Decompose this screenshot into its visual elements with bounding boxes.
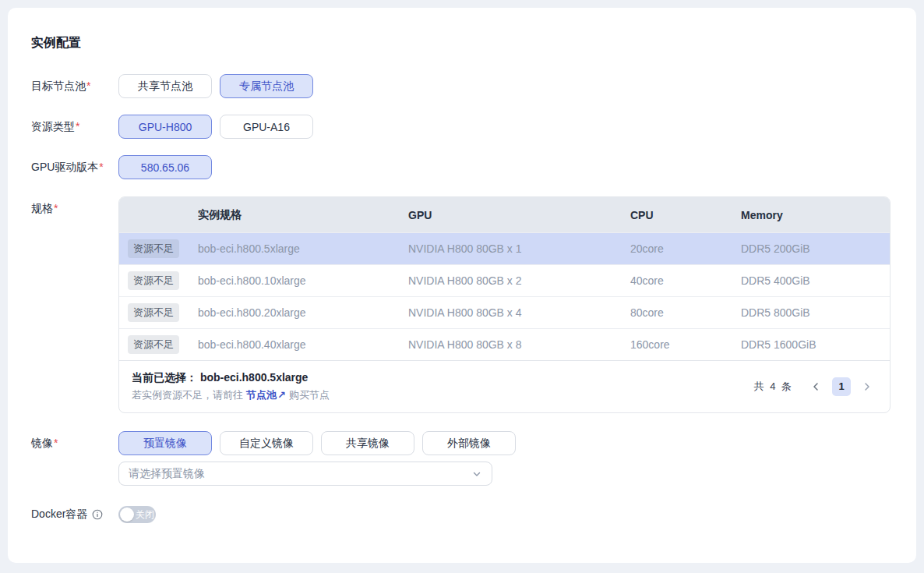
required-marker: * <box>76 120 79 133</box>
toggle-knob <box>120 508 134 522</box>
required-marker: * <box>86 80 90 92</box>
spec-table: 实例规格 GPU CPU Memory 资源不足 bob-eci.h800.5x… <box>118 196 890 413</box>
row-gpu: NVIDIA H800 80GB x 2 <box>408 274 630 287</box>
field-image: 镜像* 预置镜像 自定义镜像 共享镜像 外部镜像 <box>31 431 890 455</box>
required-marker: * <box>54 437 58 449</box>
status-badge: 资源不足 <box>128 239 179 258</box>
row-spec: bob-eci.h800.5xlarge <box>198 242 408 255</box>
page-title: 实例配置 <box>31 35 890 51</box>
field-spec: 规格* 实例规格 GPU CPU Memory 资源不足 bob-eci.h80… <box>31 196 890 413</box>
resource-type-option-gpu-a16[interactable]: GPU-A16 <box>220 115 313 139</box>
target-pool-option-shared[interactable]: 共享节点池 <box>118 74 212 98</box>
chevron-right-icon <box>862 381 873 392</box>
current-selection-value: bob-eci.h800.5xlarge <box>200 371 309 384</box>
spec-label: 规格* <box>31 196 118 216</box>
status-badge: 资源不足 <box>128 303 179 322</box>
chevron-down-icon <box>471 469 482 479</box>
row-cpu: 20core <box>630 242 741 255</box>
node-pool-link[interactable]: 节点池↗ <box>246 388 286 402</box>
instance-config-panel: 实例配置 目标节点池* 共享节点池 专属节点池 资源类型* GPU-H800 G… <box>8 8 916 563</box>
required-marker: * <box>54 202 58 214</box>
next-page-button[interactable] <box>859 378 876 395</box>
row-cpu: 160core <box>630 338 741 351</box>
spec-table-footer: 当前已选择： bob-eci.h800.5xlarge 若实例资源不足，请前往 … <box>119 360 890 412</box>
resource-hint: 若实例资源不足，请前往 节点池↗ 购买节点 <box>132 388 330 402</box>
row-spec: bob-eci.h800.40xlarge <box>198 338 408 351</box>
target-pool-label: 目标节点池* <box>31 80 118 94</box>
field-gpu-driver: GPU驱动版本* 580.65.06 <box>31 155 890 179</box>
preset-image-select[interactable]: 请选择预置镜像 <box>118 462 492 486</box>
row-memory: DDR5 200GiB <box>741 242 890 255</box>
spec-table-header: 实例规格 GPU CPU Memory <box>119 197 890 232</box>
external-link-icon: ↗ <box>277 389 286 401</box>
prev-page-button[interactable] <box>807 378 824 395</box>
image-option-preset[interactable]: 预置镜像 <box>118 431 212 455</box>
row-spec: bob-eci.h800.20xlarge <box>198 306 408 319</box>
required-marker: * <box>99 161 103 173</box>
field-docker: Docker容器 关闭 <box>31 506 890 523</box>
docker-toggle[interactable]: 关闭 <box>118 506 156 523</box>
row-spec: bob-eci.h800.10xlarge <box>198 274 408 287</box>
row-memory: DDR5 800GiB <box>741 306 890 319</box>
row-gpu: NVIDIA H800 80GB x 1 <box>408 242 630 255</box>
image-option-external[interactable]: 外部镜像 <box>422 431 516 455</box>
table-row[interactable]: 资源不足 bob-eci.h800.10xlarge NVIDIA H800 8… <box>119 264 890 296</box>
image-option-shared[interactable]: 共享镜像 <box>321 431 414 455</box>
table-row[interactable]: 资源不足 bob-eci.h800.5xlarge NVIDIA H800 80… <box>119 232 890 264</box>
image-option-custom[interactable]: 自定义镜像 <box>220 431 313 455</box>
target-pool-option-dedicated[interactable]: 专属节点池 <box>220 74 313 98</box>
total-count: 共 4 条 <box>754 380 793 394</box>
field-target-pool: 目标节点池* 共享节点池 专属节点池 <box>31 74 890 98</box>
table-row[interactable]: 资源不足 bob-eci.h800.40xlarge NVIDIA H800 8… <box>119 328 890 360</box>
row-gpu: NVIDIA H800 80GB x 4 <box>408 306 630 319</box>
current-selection: 当前已选择： bob-eci.h800.5xlarge <box>132 371 330 385</box>
gpu-driver-option[interactable]: 580.65.06 <box>118 155 212 179</box>
field-preset-image-select: 请选择预置镜像 <box>31 462 890 486</box>
field-resource-type: 资源类型* GPU-H800 GPU-A16 <box>31 115 890 139</box>
row-cpu: 40core <box>630 274 741 287</box>
pagination: 共 4 条 1 <box>754 377 876 396</box>
status-badge: 资源不足 <box>128 335 179 354</box>
resource-type-option-gpu-h800[interactable]: GPU-H800 <box>118 115 212 139</box>
docker-label: Docker容器 <box>31 508 118 522</box>
header-cpu-col: CPU <box>630 209 741 221</box>
row-cpu: 80core <box>630 306 741 319</box>
status-badge: 资源不足 <box>128 271 179 290</box>
table-row[interactable]: 资源不足 bob-eci.h800.20xlarge NVIDIA H800 8… <box>119 296 890 328</box>
row-memory: DDR5 400GiB <box>741 274 890 287</box>
page-number-current[interactable]: 1 <box>832 377 851 396</box>
info-icon[interactable] <box>92 509 103 520</box>
gpu-driver-label: GPU驱动版本* <box>31 161 118 175</box>
select-placeholder: 请选择预置镜像 <box>129 467 205 481</box>
row-gpu: NVIDIA H800 80GB x 8 <box>408 338 630 351</box>
chevron-left-icon <box>810 381 821 392</box>
image-label: 镜像* <box>31 437 118 451</box>
header-gpu-col: GPU <box>408 209 630 221</box>
toggle-state-label: 关闭 <box>136 508 154 522</box>
header-memory-col: Memory <box>741 209 890 221</box>
resource-type-label: 资源类型* <box>31 120 118 134</box>
header-spec-col: 实例规格 <box>198 208 408 222</box>
row-memory: DDR5 1600GiB <box>741 338 890 351</box>
